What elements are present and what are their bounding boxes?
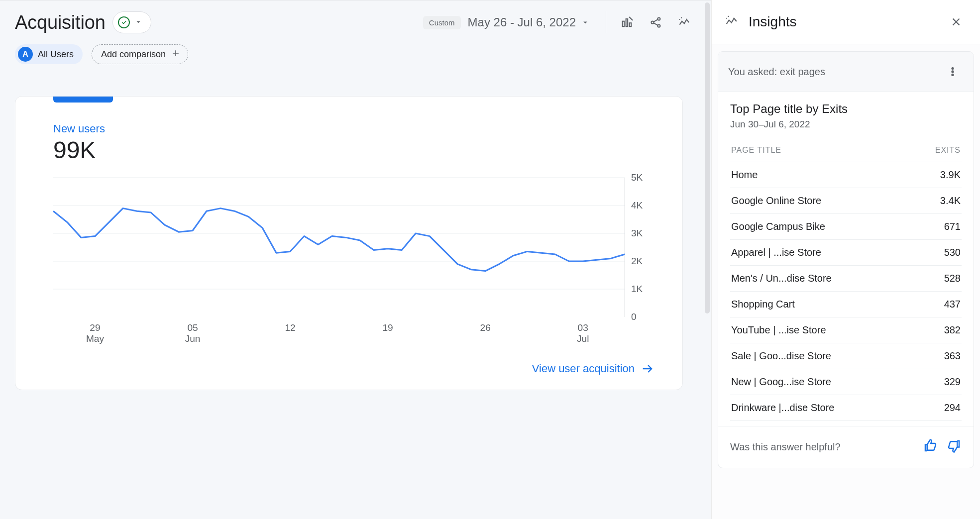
- exits-cell: 329: [944, 376, 961, 388]
- table-row[interactable]: Google Campus Bike671: [730, 214, 962, 240]
- exits-cell: 3.4K: [940, 195, 961, 207]
- svg-rect-0: [623, 21, 625, 26]
- divider: [606, 11, 606, 33]
- table-row[interactable]: Google Online Store3.4K: [730, 188, 962, 214]
- insights-button[interactable]: [674, 11, 696, 33]
- svg-point-5: [657, 24, 660, 27]
- table-row[interactable]: Sale | Goo...dise Store363: [730, 343, 962, 369]
- insight-date-range: Jun 30–Jul 6, 2022: [730, 119, 962, 130]
- close-button[interactable]: [945, 11, 967, 33]
- exits-cell: 3.9K: [940, 169, 961, 181]
- page-title-cell: YouTube | ...ise Store: [731, 324, 826, 336]
- close-icon: [950, 15, 963, 28]
- svg-point-29: [728, 15, 729, 17]
- share-button[interactable]: [645, 11, 667, 33]
- exits-cell: 363: [944, 350, 961, 362]
- add-comparison-button[interactable]: Add comparison: [92, 44, 188, 64]
- svg-text:19: 19: [382, 323, 393, 333]
- insight-title: Top Page title by Exits: [730, 102, 962, 116]
- svg-point-31: [952, 68, 954, 70]
- svg-text:03: 03: [578, 323, 588, 333]
- svg-rect-1: [626, 19, 628, 26]
- svg-point-30: [726, 17, 727, 18]
- svg-text:29: 29: [90, 323, 100, 333]
- thumbs-down-button[interactable]: [947, 438, 962, 456]
- table-header: PAGE TITLE EXITS: [730, 139, 962, 162]
- date-range-picker[interactable]: May 26 - Jul 6, 2022: [468, 15, 590, 29]
- svg-rect-2: [630, 23, 632, 26]
- thumbs-down-icon: [947, 438, 962, 453]
- view-link-label: View user acquisition: [532, 362, 635, 375]
- page-title: Acquisition: [15, 12, 106, 33]
- more-options-button[interactable]: [942, 61, 964, 83]
- exits-cell: 530: [944, 247, 961, 258]
- table-row[interactable]: Apparel | ...ise Store530: [730, 240, 962, 266]
- svg-text:26: 26: [480, 323, 491, 333]
- table-row[interactable]: YouTube | ...ise Store382: [730, 317, 962, 343]
- bar-chart-pencil-icon: [620, 15, 634, 29]
- exits-cell: 528: [944, 273, 961, 284]
- svg-text:5K: 5K: [631, 173, 643, 183]
- scrollbar[interactable]: [705, 2, 710, 313]
- table-row[interactable]: Drinkware |...dise Store294: [730, 395, 962, 421]
- svg-text:0: 0: [631, 312, 637, 322]
- metric-value: 99K: [53, 136, 660, 164]
- exits-cell: 294: [944, 402, 961, 414]
- svg-point-32: [952, 71, 954, 73]
- svg-text:Jul: Jul: [577, 334, 589, 344]
- page-title-cell: Sale | Goo...dise Store: [731, 350, 831, 362]
- share-icon: [649, 15, 663, 29]
- table-row[interactable]: Shopping Cart437: [730, 292, 962, 317]
- chevron-down-icon: [581, 18, 590, 27]
- thumbs-up-icon: [923, 438, 938, 453]
- status-chip[interactable]: [112, 11, 151, 33]
- customize-report-button[interactable]: [616, 11, 638, 33]
- exits-cell: 437: [944, 299, 961, 310]
- table-row[interactable]: Men's / Un...dise Store528: [730, 266, 962, 292]
- table-row[interactable]: New | Goog...ise Store329: [730, 369, 962, 395]
- col-page-title: PAGE TITLE: [731, 146, 781, 155]
- checkmark-icon: [118, 16, 130, 28]
- you-asked-query: exit pages: [780, 66, 825, 77]
- you-asked-prefix: You asked:: [728, 66, 780, 77]
- svg-point-6: [681, 17, 682, 18]
- svg-text:2K: 2K: [631, 256, 643, 266]
- thumbs-up-button[interactable]: [923, 438, 938, 456]
- svg-point-33: [952, 74, 954, 76]
- plus-icon: [171, 48, 181, 61]
- svg-text:05: 05: [187, 323, 198, 333]
- svg-text:Jun: Jun: [185, 334, 201, 344]
- svg-text:3K: 3K: [631, 228, 643, 238]
- exits-cell: 671: [944, 221, 961, 232]
- audience-badge: A: [18, 47, 33, 62]
- acquisition-card: New users 99K 01K2K3K4K5K29May05Jun12192…: [15, 96, 683, 390]
- col-exits: EXITS: [935, 146, 961, 155]
- svg-point-3: [651, 21, 653, 23]
- table-row[interactable]: Home3.9K: [730, 162, 962, 188]
- svg-text:May: May: [86, 334, 105, 344]
- metric-label-new-users[interactable]: New users: [53, 122, 660, 135]
- page-title-cell: Shopping Cart: [731, 299, 795, 310]
- view-user-acquisition-link[interactable]: View user acquisition: [15, 352, 682, 376]
- active-tab-indicator: [53, 97, 113, 103]
- page-title-cell: Google Online Store: [731, 195, 821, 207]
- exits-cell: 382: [944, 324, 961, 336]
- date-preset-label: Custom: [423, 16, 461, 29]
- you-asked-row: You asked: exit pages: [718, 52, 974, 92]
- insights-panel-title: Insights: [749, 14, 936, 30]
- more-vertical-icon: [947, 66, 958, 77]
- svg-text:1K: 1K: [631, 284, 643, 294]
- add-comparison-label: Add comparison: [101, 49, 166, 60]
- page-title-cell: Drinkware |...dise Store: [731, 402, 835, 414]
- audience-chip-all-users[interactable]: A All Users: [15, 44, 83, 64]
- insights-panel: Insights You asked: exit pages Top Page …: [711, 0, 980, 519]
- audience-label: All Users: [38, 49, 74, 60]
- sparkle-trend-icon: [678, 15, 692, 29]
- svg-point-7: [679, 19, 680, 20]
- svg-point-4: [657, 17, 660, 20]
- arrow-right-icon: [641, 362, 654, 376]
- helpful-label: Was this answer helpful?: [730, 441, 841, 453]
- date-range-text: May 26 - Jul 6, 2022: [468, 15, 576, 29]
- chevron-down-icon: [134, 17, 143, 28]
- svg-text:12: 12: [285, 323, 295, 333]
